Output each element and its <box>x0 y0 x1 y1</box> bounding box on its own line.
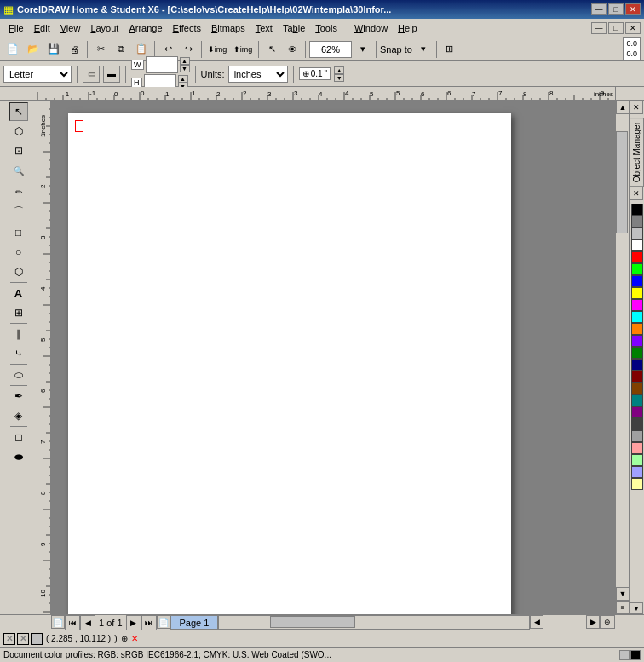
palette-color-21[interactable] <box>631 454 643 466</box>
menu-edit[interactable]: Edit <box>29 21 55 35</box>
palette-color-11[interactable] <box>631 335 643 347</box>
palette-color-1[interactable] <box>631 216 643 227</box>
panel-close-button[interactable]: ✕ <box>630 101 643 114</box>
palette-color-17[interactable] <box>631 406 643 418</box>
palette-color-19[interactable] <box>631 430 643 442</box>
palette-color-14[interactable] <box>631 371 643 383</box>
palette-color-9[interactable] <box>631 311 643 323</box>
menu-text[interactable]: Text <box>250 21 278 35</box>
outline-tool-button[interactable]: ◻ <box>9 428 28 446</box>
menu-tools[interactable]: Tools <box>310 21 342 35</box>
inner-maximize-button[interactable]: □ <box>608 22 624 34</box>
parallel-tool-button[interactable]: ∥ <box>9 325 28 343</box>
menu-table[interactable]: Table <box>278 21 310 35</box>
scroll-down-button[interactable]: ▼ <box>616 587 630 601</box>
palette-color-15[interactable] <box>631 383 643 394</box>
print-button[interactable]: 🖨 <box>65 40 83 59</box>
inner-close-button[interactable]: ✕ <box>625 22 641 34</box>
panel-x-button[interactable]: ✕ <box>630 187 643 200</box>
polygon-tool-button[interactable]: ⬡ <box>9 262 28 281</box>
text-tool-button[interactable]: A <box>9 284 28 302</box>
cut-button[interactable]: ✂ <box>91 40 110 59</box>
menu-layout[interactable]: Layout <box>85 21 124 35</box>
palette-color-3[interactable] <box>631 239 643 251</box>
palette-color-4[interactable] <box>631 251 643 263</box>
palette-color-10[interactable] <box>631 323 643 335</box>
crop-tool-button[interactable]: ⊡ <box>9 141 28 160</box>
h-scroll-track[interactable] <box>218 615 530 630</box>
canvas-container[interactable] <box>51 101 615 614</box>
object-manager-tab[interactable]: Object Manager <box>630 118 644 187</box>
menu-window[interactable]: Window <box>349 21 393 35</box>
view-btn[interactable]: 👁 <box>283 40 302 59</box>
scroll-up-button[interactable]: ▲ <box>616 101 630 114</box>
rectangle-tool-button[interactable]: □ <box>9 223 28 242</box>
page-doc-start-button[interactable]: 📄 <box>51 615 65 629</box>
palette-color-20[interactable] <box>631 442 643 454</box>
units-select[interactable]: inches <box>228 66 288 83</box>
palette-color-16[interactable] <box>631 394 643 406</box>
save-button[interactable]: 💾 <box>44 40 63 59</box>
menu-help[interactable]: Help <box>393 21 423 35</box>
fill-swatch[interactable]: ✕ <box>3 633 15 645</box>
palette-color-12[interactable] <box>631 347 643 359</box>
h-scroll-right-button[interactable]: ▶ <box>586 615 600 629</box>
fill-tool-button[interactable]: ◈ <box>9 406 28 425</box>
close-button[interactable]: ✕ <box>625 3 641 15</box>
blend-tool-button[interactable]: ⬭ <box>9 366 28 384</box>
palette-color-22[interactable] <box>631 466 643 478</box>
palette-color-6[interactable] <box>631 275 643 287</box>
menu-view[interactable]: View <box>55 21 86 35</box>
eyedropper-tool-button[interactable]: ✒ <box>9 387 28 406</box>
zoom-dropdown[interactable]: ▾ <box>354 40 372 59</box>
ellipse-tool-button[interactable]: ○ <box>9 243 28 262</box>
portrait-button[interactable]: ▭ <box>83 66 100 83</box>
smart-draw-tool-button[interactable]: ⌒ <box>9 202 28 221</box>
width-down-btn[interactable]: ▼ <box>180 65 190 72</box>
smart-fill-tool-button[interactable]: ⬬ <box>9 447 28 466</box>
palette-color-7[interactable] <box>631 287 643 299</box>
h-scroll-thumb[interactable] <box>270 616 355 628</box>
v-scroll-thumb[interactable] <box>616 131 628 233</box>
grid-button[interactable]: ⊞ <box>440 40 459 59</box>
page-size-select[interactable]: Letter <box>3 66 72 83</box>
palette-color-13[interactable] <box>631 359 643 371</box>
prev-page-button[interactable]: ◀ <box>80 615 95 630</box>
table-tool-button[interactable]: ⊞ <box>9 303 28 322</box>
open-button[interactable]: 📂 <box>24 40 43 59</box>
page-tab[interactable]: Page 1 <box>170 615 219 630</box>
palette-color-0[interactable] <box>631 204 643 216</box>
landscape-button[interactable]: ▬ <box>103 66 120 83</box>
first-page-button[interactable]: ⏮ <box>65 615 80 630</box>
maximize-button[interactable]: □ <box>608 3 624 15</box>
v-scroll-track[interactable] <box>616 114 629 587</box>
new-button[interactable]: 📄 <box>3 40 22 59</box>
h-scroll-track2[interactable] <box>543 615 586 630</box>
nudge-down-btn[interactable]: ▼ <box>334 74 344 82</box>
menu-file[interactable]: File <box>3 21 29 35</box>
export-button[interactable]: ⬆img <box>231 40 255 59</box>
palette-scroll-down[interactable]: ▼ <box>630 602 643 614</box>
nudge-up-btn[interactable]: ▲ <box>334 66 344 74</box>
menu-effects[interactable]: Effects <box>168 21 206 35</box>
freehand-tool-button[interactable]: ✏ <box>9 182 28 201</box>
h-scroll-left-button[interactable]: ◀ <box>530 615 543 629</box>
palette-color-23[interactable] <box>631 478 643 490</box>
minimize-button[interactable]: — <box>591 3 607 15</box>
palette-color-18[interactable] <box>631 418 643 430</box>
page-width-input[interactable]: 8.5 <box>146 56 178 73</box>
select-tool-button[interactable]: ↖ <box>9 102 28 121</box>
zoom-input[interactable]: 62% <box>309 41 352 58</box>
width-up-btn[interactable]: ▲ <box>180 57 190 65</box>
scrollbar-grip[interactable]: ≡ <box>616 601 630 614</box>
menu-arrange[interactable]: Arrange <box>124 21 167 35</box>
copy-button[interactable]: ⧉ <box>112 40 130 59</box>
node-edit-tool-button[interactable]: ⬡ <box>9 122 28 141</box>
bg-swatch[interactable] <box>31 633 43 645</box>
page-doc-end-button[interactable]: 📄 <box>157 615 170 629</box>
menu-bitmaps[interactable]: Bitmaps <box>206 21 250 35</box>
inner-minimize-button[interactable]: — <box>591 22 607 34</box>
cursor-btn[interactable]: ↖ <box>262 40 281 59</box>
snap-dropdown[interactable]: ▾ <box>414 40 433 59</box>
palette-color-5[interactable] <box>631 263 643 275</box>
